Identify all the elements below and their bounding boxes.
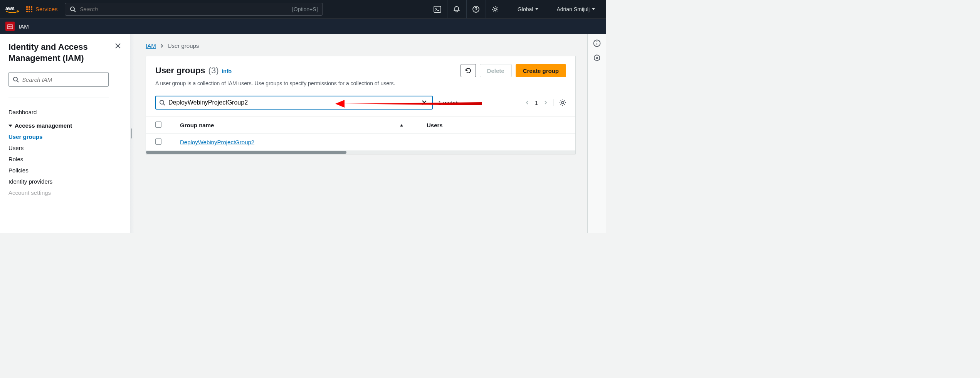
global-search[interactable]: [Option+S] (65, 3, 323, 16)
grid-icon (26, 6, 32, 12)
region-label: Global (518, 6, 533, 12)
column-header-group-name[interactable]: Group name (171, 117, 417, 134)
delete-button[interactable]: Delete (480, 64, 512, 77)
svg-line-2 (74, 10, 76, 12)
sidebar-section-access-management[interactable]: Access management (8, 118, 121, 131)
horizontal-scrollbar[interactable] (146, 151, 575, 154)
search-icon (159, 100, 165, 106)
group-name-link[interactable]: DeployWebinyProjectGroup2 (180, 139, 254, 145)
sidebar-item-policies[interactable]: Policies (8, 165, 121, 176)
user-groups-table: Group name Users DeployWebinyProjectGrou… (146, 116, 575, 151)
panel-count: (3) (208, 66, 219, 76)
services-menu-button[interactable]: Services (26, 6, 58, 12)
close-sidebar-button[interactable] (114, 42, 121, 49)
service-bar: IAM (0, 19, 606, 34)
page-number: 1 (535, 100, 538, 106)
caret-down-icon (592, 8, 595, 10)
notifications-button[interactable] (447, 0, 466, 19)
cloudshell-icon (434, 6, 441, 13)
chevron-left-icon (525, 100, 530, 106)
search-icon (13, 76, 19, 83)
triangle-down-icon (8, 125, 12, 127)
select-all-checkbox[interactable] (155, 122, 161, 128)
breadcrumb: IAM User groups (146, 42, 576, 49)
hexagon-icon (593, 54, 601, 62)
svg-point-5 (476, 10, 476, 11)
global-search-input[interactable] (80, 6, 288, 12)
aws-logo[interactable]: aws (5, 5, 19, 14)
prev-page-button[interactable] (525, 100, 530, 106)
sidebar-search[interactable] (8, 72, 109, 87)
column-label: Group name (180, 122, 214, 128)
service-name[interactable]: IAM (18, 23, 29, 30)
settings-button[interactable] (486, 0, 505, 19)
svg-point-8 (8, 26, 10, 27)
match-count: 1 match (438, 100, 459, 106)
cloudshell-button[interactable] (428, 0, 447, 19)
chevron-right-icon (543, 100, 548, 106)
users-cell (417, 134, 575, 151)
pagination: 1 (525, 99, 566, 106)
caret-down-icon (535, 8, 538, 10)
close-icon (114, 42, 121, 49)
svg-point-6 (494, 8, 496, 10)
sidebar-item-roles[interactable]: Roles (8, 154, 121, 165)
refresh-icon (465, 67, 472, 74)
info-panel-button[interactable] (593, 39, 601, 47)
sidebar-resize-handle[interactable] (130, 34, 134, 233)
sidebar-item-dashboard[interactable]: Dashboard (8, 106, 121, 118)
right-help-rail (587, 34, 606, 233)
sidebar: Identity and Access Management (IAM) Das… (0, 34, 130, 233)
account-menu[interactable]: Adrian Smijulj (551, 0, 600, 19)
panel-title-text: User groups (155, 66, 205, 76)
column-header-users[interactable]: Users (417, 117, 575, 134)
sort-asc-icon (399, 123, 404, 128)
filter-input[interactable] (168, 99, 417, 106)
svg-point-1 (71, 7, 74, 11)
divider (8, 98, 109, 98)
close-icon (421, 100, 427, 106)
gear-icon (559, 99, 566, 106)
region-selector[interactable]: Global (512, 0, 544, 19)
svg-point-23 (596, 57, 598, 59)
table-settings-button[interactable] (553, 99, 566, 106)
sidebar-item-user-groups[interactable]: User groups (8, 131, 121, 142)
help-button[interactable] (466, 0, 486, 19)
column-label: Users (427, 122, 443, 128)
account-label: Adrian Smijulj (556, 6, 590, 12)
help-icon (472, 6, 479, 13)
user-groups-panel: User groups (3) Info Delete Create group (146, 56, 576, 154)
sidebar-item-identity-providers[interactable]: Identity providers (8, 176, 121, 187)
panel-description: A user group is a collection of IAM user… (155, 80, 566, 86)
svg-line-14 (17, 81, 18, 82)
sidebar-search-input[interactable] (22, 76, 104, 83)
create-group-button[interactable]: Create group (516, 64, 566, 77)
sidebar-title: Identity and Access Management (IAM) (8, 42, 121, 64)
svg-rect-3 (434, 6, 441, 12)
svg-point-15 (160, 100, 164, 104)
filter-input-wrapper (155, 96, 433, 110)
clear-filter-button[interactable] (420, 98, 429, 107)
gear-icon (492, 6, 499, 13)
iam-service-icon (5, 22, 15, 31)
search-icon (70, 6, 76, 12)
svg-point-19 (561, 101, 564, 104)
breadcrumb-root[interactable]: IAM (146, 42, 156, 49)
svg-line-16 (163, 104, 165, 105)
services-label: Services (35, 6, 58, 12)
svg-point-13 (13, 77, 17, 81)
search-shortcut-hint: [Option+S] (292, 6, 318, 12)
table-row: DeployWebinyProjectGroup2 (146, 134, 575, 151)
diagnostic-button[interactable] (593, 54, 601, 62)
refresh-button[interactable] (461, 64, 476, 77)
section-label: Access management (15, 122, 72, 129)
info-link[interactable]: Info (222, 68, 232, 74)
main-content: IAM User groups User groups (3) Info (134, 34, 587, 233)
next-page-button[interactable] (543, 100, 548, 106)
sidebar-item-account-settings[interactable]: Account settings (8, 187, 121, 198)
svg-text:aws: aws (5, 5, 15, 11)
sidebar-item-users[interactable]: Users (8, 142, 121, 154)
top-nav: aws Services [Option+S] (0, 0, 606, 19)
row-checkbox[interactable] (155, 138, 161, 145)
info-icon (593, 39, 601, 47)
